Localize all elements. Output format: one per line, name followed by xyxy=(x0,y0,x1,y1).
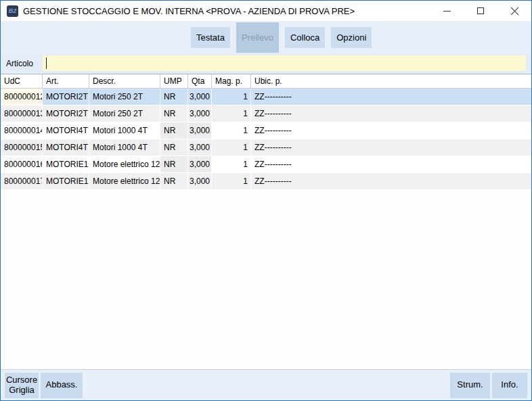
cell: Motori 250 2T xyxy=(89,105,160,122)
cell: ZZ---------- xyxy=(251,105,531,122)
minimize-icon xyxy=(443,11,451,11)
cell: 800000017 xyxy=(1,173,43,189)
cell: NR xyxy=(160,105,188,122)
cell: MOTORIE12 xyxy=(43,156,89,172)
cell: 1 xyxy=(212,139,251,156)
articolo-field-wrap xyxy=(43,55,526,71)
close-button[interactable] xyxy=(497,1,531,21)
articolo-input[interactable] xyxy=(43,55,526,71)
cursore-griglia-button[interactable]: Cursore Griglia xyxy=(5,373,39,398)
text-caret-icon xyxy=(46,57,47,69)
cell: 3,000 xyxy=(188,122,212,139)
cell: NR xyxy=(160,156,188,172)
cell: ZZ---------- xyxy=(251,89,531,105)
cell: Motore elettrico 12V xyxy=(89,173,160,189)
maximize-button[interactable] xyxy=(464,1,497,21)
cell: 3,000 xyxy=(188,173,212,189)
cell: 800000015 xyxy=(1,139,43,156)
cell: Motori 250 2T xyxy=(89,89,160,105)
cell: 800000016 xyxy=(1,156,43,172)
cell: NR xyxy=(160,122,188,139)
stock-grid: UdCArt.Descr.UMPQtaMag. p.Ubic. p. 80000… xyxy=(1,74,531,369)
info-button[interactable]: Info. xyxy=(492,373,527,398)
articolo-label: Articolo xyxy=(6,59,33,68)
cell: 800000012 xyxy=(1,89,43,105)
table-row[interactable]: 800000017MOTORIE12Motore elettrico 12VNR… xyxy=(1,173,531,190)
cell: MOTORIE12 xyxy=(43,173,89,189)
cell: 1 xyxy=(212,122,251,139)
cell: ZZ---------- xyxy=(251,156,531,172)
grid-body: 800000012MOTORI2TMotori 250 2TNR3,0001ZZ… xyxy=(1,89,531,190)
articolo-row: Articolo xyxy=(1,53,531,74)
cell: 800000014 xyxy=(1,122,43,139)
tab-toolbar: Testata Prelievo Colloca Opzioni xyxy=(1,21,531,53)
grid-header: UdCArt.Descr.UMPQtaMag. p.Ubic. p. xyxy=(1,74,531,89)
cell: MOTORI2T xyxy=(43,89,89,105)
column-header-descr-[interactable]: Descr. xyxy=(89,74,160,88)
cell: MOTORI4T xyxy=(43,139,89,156)
abbass-button[interactable]: Abbass. xyxy=(41,373,83,398)
cell: NR xyxy=(160,139,188,156)
cell: 3,000 xyxy=(188,156,212,172)
column-header-ump[interactable]: UMP xyxy=(160,74,188,88)
tab-testata[interactable]: Testata xyxy=(191,27,230,48)
cell: NR xyxy=(160,89,188,105)
table-row[interactable]: 800000015MOTORI4TMotori 1000 4TNR3,0001Z… xyxy=(1,139,531,156)
footer-left-group: Cursore Griglia Abbass. xyxy=(5,373,83,398)
window-title: GESTIONE STOCCAGGIO E MOV. INTERNA <PROV… xyxy=(23,6,355,16)
column-header-udc[interactable]: UdC xyxy=(1,74,43,88)
column-header-qta[interactable]: Qta xyxy=(188,74,212,88)
close-icon xyxy=(511,7,518,15)
tab-colloca[interactable]: Colloca xyxy=(285,27,325,48)
cell: Motori 1000 4T xyxy=(89,122,160,139)
table-row[interactable]: 800000014MOTORI4TMotori 1000 4TNR3,0001Z… xyxy=(1,122,531,139)
app-window: B2 GESTIONE STOCCAGGIO E MOV. INTERNA <P… xyxy=(0,0,532,401)
table-row[interactable]: 800000016MOTORIE12Motore elettrico 12VNR… xyxy=(1,156,531,173)
column-header-art-[interactable]: Art. xyxy=(43,74,89,88)
cell: MOTORI2T xyxy=(43,105,89,122)
cell: ZZ---------- xyxy=(251,122,531,139)
cell: Motore elettrico 12V xyxy=(89,156,160,172)
column-header-mag-p-[interactable]: Mag. p. xyxy=(212,74,251,88)
cell: MOTORI4T xyxy=(43,122,89,139)
cell: 3,000 xyxy=(188,139,212,156)
table-row[interactable]: 800000012MOTORI2TMotori 250 2TNR3,0001ZZ… xyxy=(1,89,531,105)
titlebar: B2 GESTIONE STOCCAGGIO E MOV. INTERNA <P… xyxy=(1,1,531,21)
footer-right-group: Strum. Info. xyxy=(450,373,527,398)
cell: ZZ---------- xyxy=(251,173,531,189)
cell: 3,000 xyxy=(188,89,212,105)
maximize-icon xyxy=(477,7,484,14)
cell: Motori 1000 4T xyxy=(89,139,160,156)
table-row[interactable]: 800000013MOTORI2TMotori 250 2TNR3,0001ZZ… xyxy=(1,105,531,122)
cell: 800000013 xyxy=(1,105,43,122)
tab-opzioni[interactable]: Opzioni xyxy=(331,27,372,48)
column-header-ubic-p-[interactable]: Ubic. p. xyxy=(251,74,531,88)
cell: 1 xyxy=(212,105,251,122)
footer-bar: Cursore Griglia Abbass. Strum. Info. xyxy=(1,369,531,400)
app-icon: B2 xyxy=(7,5,18,17)
cell: 1 xyxy=(212,156,251,172)
window-controls xyxy=(430,1,531,21)
cell: 1 xyxy=(212,89,251,105)
minimize-button[interactable] xyxy=(430,1,464,21)
tab-prelievo[interactable]: Prelievo xyxy=(236,22,279,53)
strum-button[interactable]: Strum. xyxy=(450,373,490,398)
cell: 3,000 xyxy=(188,105,212,122)
cell: 1 xyxy=(212,173,251,189)
cell: ZZ---------- xyxy=(251,139,531,156)
cell: NR xyxy=(160,173,188,189)
